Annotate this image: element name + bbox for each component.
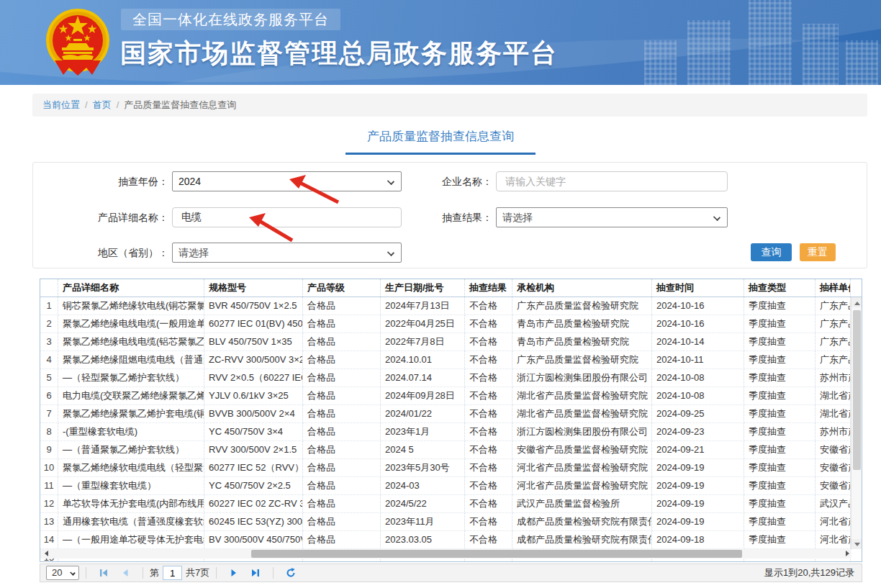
table-cell: 河北省产	[816, 531, 851, 549]
company-input[interactable]	[496, 171, 728, 191]
table-cell: 不合格	[465, 297, 512, 315]
last-page-icon[interactable]	[250, 568, 261, 578]
table-cell: 浙江方圆检测集团股份有限公司	[512, 369, 652, 387]
row-number: 5	[40, 369, 58, 387]
scroll-left-arrow[interactable]	[40, 549, 50, 558]
vertical-scrollbar-thumb[interactable]	[853, 310, 861, 470]
table-row[interactable]: 7聚氯乙烯绝缘聚氯乙烯护套电缆(铜芯聚BVVB 300/500V 2×4合格品2…	[40, 405, 862, 423]
table-cell: 2023年5月30号	[381, 459, 465, 477]
table-row[interactable]: 10聚氯乙烯绝缘软电缆电线（轻型聚氯乙60277 IEC 52（RVV） 3合格…	[40, 459, 862, 477]
product-name-input[interactable]	[172, 207, 402, 227]
table-cell: 不合格	[465, 351, 512, 369]
table-cell: 不合格	[465, 513, 512, 531]
table-cell: 不合格	[465, 369, 512, 387]
row-number: 4	[40, 351, 58, 369]
column-header[interactable]: 规格型号	[204, 279, 303, 297]
table-cell: 广东产品质量监督检验研究院	[512, 297, 652, 315]
table-cell: 2024-09-25	[652, 405, 744, 423]
breadcrumb-home-link[interactable]: 首页	[93, 99, 112, 110]
table-row[interactable]: 4聚氯乙烯绝缘阻燃电缆电线（普通聚氯ZC-RVV 300/500V 3×2.合格…	[40, 351, 862, 369]
table-cell: 2023年11月	[381, 513, 465, 531]
table-cell: YC 450/750V 2×2.5	[204, 477, 303, 495]
table-cell: 2024年7月13日	[381, 297, 465, 315]
table-cell: 不合格	[465, 441, 512, 459]
table-row[interactable]: 5—（轻型聚氯乙烯护套软线）RVV 2×0.5（60227 IEC合格品2024…	[40, 369, 862, 387]
product-name-label: 产品详细名称：	[33, 207, 168, 227]
table-cell: 2024 5	[381, 441, 465, 459]
table-cell: 2024-03	[381, 477, 465, 495]
table-cell: BV 300/500V 450/750V	[204, 531, 303, 549]
table-row[interactable]: 13通用橡套软电缆（普通强度橡套软线）60245 IEC 53(YZ) 300/…	[40, 513, 862, 531]
column-header[interactable]: 抽查结果	[465, 279, 512, 297]
column-header[interactable]: 产品等级	[303, 279, 381, 297]
breadcrumb-location-link[interactable]: 当前位置	[42, 99, 80, 110]
table-cell: 合格品	[303, 441, 381, 459]
table-row[interactable]: 14—（一般用途单芯硬导体无护套电缆）BV 300/500V 450/750V合…	[40, 531, 862, 549]
records-summary: 显示1到20,共129记录	[764, 566, 862, 579]
city-skyline-graphic	[749, 0, 792, 85]
table-row[interactable]: 11—（重型橡套软电缆）YC 450/750V 2×2.5合格品2024-03不…	[40, 477, 862, 495]
table-cell: 2024.07.14	[381, 369, 465, 387]
breadcrumb-separator: /	[85, 99, 88, 110]
column-header[interactable]: 抽查时间	[652, 279, 744, 297]
table-cell: 安徽省产	[816, 477, 851, 495]
column-header[interactable]: 抽查类型	[744, 279, 816, 297]
page-header: 全国一体化在线政务服务平台 国家市场监督管理总局政务服务平台	[0, 0, 881, 85]
first-page-icon[interactable]	[99, 568, 109, 578]
scroll-down-arrow[interactable]	[851, 539, 862, 549]
table-cell: 广东产品	[816, 351, 851, 369]
table-cell: 季度抽查	[744, 387, 816, 405]
page-size-select[interactable]: 20	[46, 566, 79, 580]
next-page-icon[interactable]	[229, 568, 239, 578]
column-header[interactable]: 产品详细名称	[58, 279, 204, 297]
table-cell: 合格品	[303, 459, 381, 477]
table-row[interactable]: 2聚氯乙烯绝缘电线电缆(一般用途单芯硬60277 IEC 01(BV) 450/…	[40, 315, 862, 333]
table-cell: 不合格	[465, 423, 512, 441]
table-row[interactable]: 8-(重型橡套软电缆)YC 450/750V 3×4合格品2023年1月不合格浙…	[40, 423, 862, 441]
chevron-down-icon	[70, 570, 76, 576]
table-row[interactable]: 6电力电缆(交联聚乙烯绝缘聚氯乙烯护套YJLV 0.6/1kV 3×25合格品2…	[40, 387, 862, 405]
scroll-up-arrow[interactable]	[851, 297, 862, 307]
column-header[interactable]	[40, 279, 58, 297]
row-number: 14	[40, 531, 58, 549]
column-header[interactable]: 抽样单位	[816, 279, 851, 297]
breadcrumb-current: 产品质量监督抽查信息查询	[124, 99, 236, 110]
table-row[interactable]: 1铜芯聚氯乙烯绝缘软电线(铜芯聚氯乙烯BVR 450/750V 1×2.5合格品…	[40, 297, 862, 315]
table-row[interactable]: 12单芯软导体无护套电缆(内部布线用导线60227 IEC 02 ZC-RV 3…	[40, 495, 862, 513]
result-select[interactable]: 请选择	[496, 207, 728, 227]
table-cell: 武汉产品	[816, 495, 851, 513]
horizontal-scrollbar-thumb[interactable]	[251, 550, 742, 558]
result-select-value: 请选择	[502, 212, 533, 223]
page-number-input[interactable]	[163, 566, 182, 580]
table-cell: 2024/5/22	[381, 495, 465, 513]
table-cell: 60245 IEC 53(YZ) 300/5	[204, 513, 303, 531]
query-button[interactable]: 查询	[751, 243, 792, 261]
grid-rows: 1铜芯聚氯乙烯绝缘软电线(铜芯聚氯乙烯BVR 450/750V 1×2.5合格品…	[40, 297, 862, 562]
page-total: 共7页	[186, 566, 209, 579]
table-row[interactable]: 3聚氯乙烯绝缘电线电缆(铝芯聚氯乙烯绝BLV 450/750V 1×35合格品2…	[40, 333, 862, 351]
refresh-icon[interactable]	[286, 568, 296, 578]
reset-button[interactable]: 重置	[800, 243, 836, 261]
horizontal-scrollbar[interactable]	[40, 549, 851, 558]
table-cell: 广东产品质量监督检验研究院	[512, 351, 652, 369]
prev-page-icon[interactable]	[120, 568, 130, 578]
scroll-right-arrow[interactable]	[842, 549, 851, 558]
pager-divider	[86, 567, 86, 579]
breadcrumb: 当前位置/首页/产品质量监督抽查信息查询	[32, 94, 867, 117]
vertical-scrollbar[interactable]	[851, 297, 862, 549]
pager-divider	[143, 567, 143, 579]
column-header[interactable]: 承检机构	[512, 279, 652, 297]
table-row[interactable]: 9—（普通聚氯乙烯护套软线）RVV 300/500V 2×1.5（合格品2024…	[40, 441, 862, 459]
year-select[interactable]: 2024	[172, 171, 402, 191]
table-cell: 2024-10-16	[652, 315, 744, 333]
table-cell: 合格品	[303, 495, 381, 513]
column-header[interactable]: 生产日期/批号	[381, 279, 465, 297]
page-prefix: 第	[150, 566, 159, 579]
chevron-down-icon	[713, 214, 720, 221]
tab-query-title[interactable]: 产品质量监督抽查信息查询	[345, 128, 536, 155]
region-select[interactable]: 请选择	[172, 243, 402, 263]
table-cell: 2023.03.05	[381, 531, 465, 549]
region-label: 地区（省别）：	[33, 243, 168, 263]
row-number: 2	[40, 315, 58, 333]
table-cell: 单芯软导体无护套电缆(内部布线用导线	[58, 495, 204, 513]
